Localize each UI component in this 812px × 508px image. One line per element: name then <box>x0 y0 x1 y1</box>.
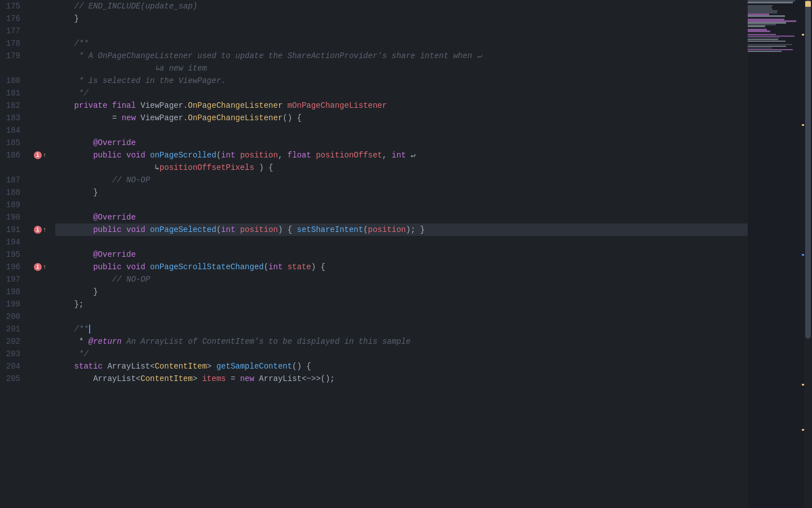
code-line <box>55 25 812 37</box>
line-number: 180 <box>0 75 27 87</box>
code-line: * @return An ArrayList of ContentItem's … <box>55 335 812 348</box>
wrapped-code-line: ↳a new item <box>55 62 812 75</box>
code-line: public void onPageSelected(int position)… <box>55 224 812 236</box>
code-line: public void onPageScrolled(int position,… <box>55 149 812 161</box>
line-number <box>0 62 27 75</box>
scroll-indicator-top <box>805 1 811 7</box>
scrollbar-thumb[interactable] <box>805 0 811 339</box>
line-numbers-gutter: 1751761771781791801811821831841851861871… <box>0 0 34 508</box>
code-line <box>55 199 812 211</box>
code-line <box>55 124 812 137</box>
line-number: 182 <box>0 99 27 112</box>
line-number: 177 <box>0 25 27 37</box>
code-line: static ArrayList<ContentItem> getSampleC… <box>55 360 812 373</box>
code-line: } <box>55 286 812 298</box>
line-number: 196 <box>0 261 27 273</box>
line-number: 188 <box>0 186 27 199</box>
code-line: /** <box>55 323 812 335</box>
line-number: 198 <box>0 286 27 298</box>
code-line: * is selected in the ViewPager. <box>55 75 812 87</box>
wrapped-code-line: ↳positionOffsetPixels ) { <box>55 161 812 174</box>
error-icon[interactable]: i <box>34 263 42 271</box>
code-line <box>55 236 812 248</box>
line-number: 185 <box>0 137 27 149</box>
line-number: 179 <box>0 50 27 62</box>
line-number: 205 <box>0 373 27 385</box>
line-number <box>0 161 27 174</box>
line-number: 183 <box>0 112 27 124</box>
code-line: // NO-OP <box>55 174 812 186</box>
line-number: 200 <box>0 310 27 323</box>
line-number: 176 <box>0 12 27 25</box>
code-area[interactable]: // END_INCLUDE(update_sap) } /** * A OnP… <box>46 0 812 508</box>
line-number: 194 <box>0 236 27 248</box>
code-line: /** <box>55 37 812 50</box>
error-icon[interactable]: i <box>34 226 42 234</box>
line-number: 178 <box>0 37 27 50</box>
code-line: } <box>55 186 812 199</box>
code-line: // NO-OP <box>55 273 812 286</box>
code-line: private final ViewPager.OnPageChangeList… <box>55 99 812 112</box>
line-number: 184 <box>0 124 27 137</box>
line-number: 203 <box>0 348 27 360</box>
line-number: 204 <box>0 360 27 373</box>
line-number: 187 <box>0 174 27 186</box>
line-number: 189 <box>0 199 27 211</box>
minimap <box>748 0 804 508</box>
line-number: 195 <box>0 248 27 261</box>
line-number: 175 <box>0 0 27 12</box>
line-number: 202 <box>0 335 27 348</box>
text-cursor <box>89 325 90 334</box>
line-number: 201 <box>0 323 27 335</box>
code-line: @Override <box>55 248 812 261</box>
error-icon[interactable]: i <box>34 151 42 159</box>
code-line: * A OnPageChangeListener used to update … <box>55 50 812 62</box>
code-line: }; <box>55 298 812 310</box>
code-line: */ <box>55 87 812 99</box>
code-editor: 1751761771781791801811821831841851861871… <box>0 0 812 508</box>
line-number: 199 <box>0 298 27 310</box>
line-number: 191 <box>0 224 27 236</box>
code-line: @Override <box>55 137 812 149</box>
code-line: @Override <box>55 211 812 224</box>
line-number: 190 <box>0 211 27 224</box>
line-number: 197 <box>0 273 27 286</box>
code-line: } <box>55 12 812 25</box>
line-number: 186 <box>0 149 27 161</box>
scrollbar[interactable] <box>804 0 812 508</box>
code-line <box>55 310 812 323</box>
minimap-line <box>748 51 782 52</box>
code-line: public void onPageScrollStateChanged(int… <box>55 261 812 273</box>
code-line: ArrayList<ContentItem> items = new Array… <box>55 373 812 385</box>
code-line: */ <box>55 348 812 360</box>
icon-gutter: i↑i↑i↑ <box>34 0 46 508</box>
code-line: = new ViewPager.OnPageChangeListener() { <box>55 112 812 124</box>
line-number: 181 <box>0 87 27 99</box>
code-line: // END_INCLUDE(update_sap) <box>55 0 812 12</box>
